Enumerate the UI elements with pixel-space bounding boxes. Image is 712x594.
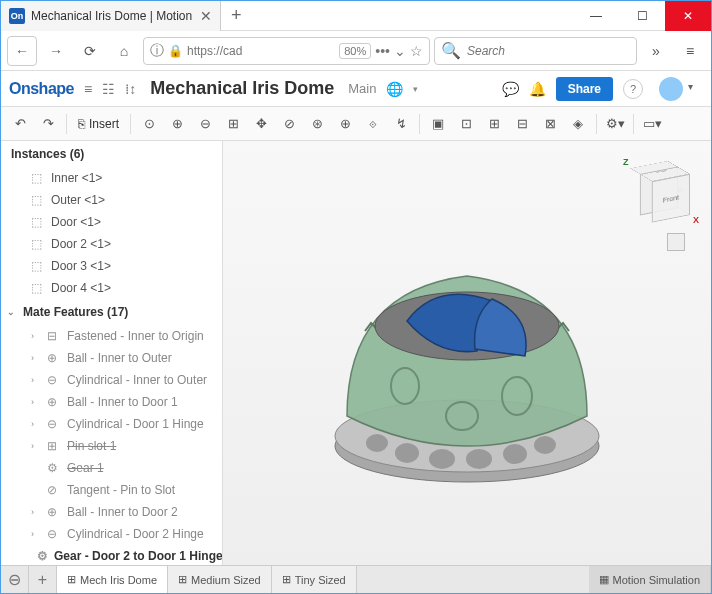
- mate-label: Ball - Inner to Outer: [67, 351, 172, 365]
- zoom-level[interactable]: 80%: [339, 43, 371, 59]
- mate-item[interactable]: ⚙Gear 1: [1, 457, 222, 479]
- notifications-icon[interactable]: 🔔: [529, 81, 546, 97]
- feature-tree[interactable]: Instances (6) ⬚Inner <1>⬚Outer <1>⬚Door …: [1, 141, 223, 565]
- tool-14[interactable]: ⊟: [509, 111, 535, 137]
- window-minimize-button[interactable]: —: [573, 1, 619, 31]
- tool-16[interactable]: ◈: [565, 111, 591, 137]
- tab-close-icon[interactable]: ✕: [200, 8, 212, 24]
- user-avatar[interactable]: [659, 77, 683, 101]
- instances-header[interactable]: Instances (6): [1, 141, 222, 167]
- url-text: https://cad: [187, 44, 335, 58]
- mate-item[interactable]: ›⊕Ball - Inner to Door 1: [1, 391, 222, 413]
- add-tab-button[interactable]: +: [29, 566, 57, 593]
- tool-6[interactable]: ⊘: [276, 111, 302, 137]
- instance-item[interactable]: ⬚Door 3 <1>: [1, 255, 222, 277]
- 3d-viewport[interactable]: Z X Front Right Top: [223, 141, 711, 565]
- tab-config-button[interactable]: ⊖: [1, 566, 29, 593]
- tool-8[interactable]: ⊕: [332, 111, 358, 137]
- expand-arrow-icon[interactable]: ›: [31, 529, 41, 539]
- settings-icon[interactable]: ⁞↕: [125, 81, 136, 97]
- overflow-button[interactable]: »: [641, 36, 671, 66]
- home-button[interactable]: ⌂: [109, 36, 139, 66]
- tool-4[interactable]: ⊞: [220, 111, 246, 137]
- instance-item[interactable]: ⬚Inner <1>: [1, 167, 222, 189]
- mate-item[interactable]: ›⊕Ball - Inner to Outer: [1, 347, 222, 369]
- instance-item[interactable]: ⬚Outer <1>: [1, 189, 222, 211]
- document-name[interactable]: Mechanical Iris Dome: [150, 78, 334, 99]
- instance-item[interactable]: ⬚Door 2 <1>: [1, 233, 222, 255]
- mate-item[interactable]: ›⊟Fastened - Inner to Origin: [1, 325, 222, 347]
- tool-5[interactable]: ✥: [248, 111, 274, 137]
- share-button[interactable]: Share: [556, 77, 613, 101]
- insert-button[interactable]: ⎘ Insert: [72, 117, 125, 131]
- mate-icon: ⊘: [47, 483, 61, 497]
- window-maximize-button[interactable]: ☐: [619, 1, 665, 31]
- tab-icon: ▦: [599, 573, 609, 586]
- window-close-button[interactable]: ✕: [665, 1, 711, 31]
- viewcube-front[interactable]: Front: [652, 174, 690, 223]
- comments-icon[interactable]: 💬: [502, 81, 519, 97]
- undo-button[interactable]: ↶: [7, 111, 33, 137]
- instance-label: Inner <1>: [51, 171, 102, 185]
- mates-header[interactable]: ⌄ Mate Features (17): [1, 299, 222, 325]
- mate-item[interactable]: ›⊕Ball - Inner to Door 2: [1, 501, 222, 523]
- tool-13[interactable]: ⊞: [481, 111, 507, 137]
- search-box[interactable]: 🔍: [434, 37, 637, 65]
- tool-15[interactable]: ⊠: [537, 111, 563, 137]
- tool-2[interactable]: ⊕: [164, 111, 190, 137]
- forward-button[interactable]: →: [41, 36, 71, 66]
- redo-button[interactable]: ↷: [35, 111, 61, 137]
- reload-button[interactable]: ⟳: [75, 36, 105, 66]
- expand-arrow-icon[interactable]: ›: [31, 397, 41, 407]
- browser-menu-button[interactable]: ≡: [675, 36, 705, 66]
- expand-arrow-icon[interactable]: ›: [31, 353, 41, 363]
- tool-gear[interactable]: ⚙▾: [602, 111, 628, 137]
- expand-arrow-icon[interactable]: ›: [31, 507, 41, 517]
- menu-icon[interactable]: ≡: [84, 81, 92, 97]
- pocket-icon[interactable]: ⌄: [394, 43, 406, 59]
- tab-title: Mechanical Iris Dome | Motion: [31, 9, 192, 23]
- tool-1[interactable]: ⊙: [136, 111, 162, 137]
- onshape-logo[interactable]: Onshape: [9, 80, 74, 98]
- expand-arrow-icon[interactable]: ›: [31, 441, 41, 451]
- mate-icon: ⊕: [47, 505, 61, 519]
- view-cube[interactable]: Z X Front Right Top: [627, 159, 693, 225]
- new-tab-button[interactable]: +: [221, 5, 251, 26]
- document-tab[interactable]: ⊞Tiny Sized: [272, 566, 357, 593]
- expand-arrow-icon[interactable]: ›: [31, 331, 41, 341]
- mate-item[interactable]: ›⊖Cylindrical - Door 1 Hinge: [1, 413, 222, 435]
- expand-arrow-icon[interactable]: ›: [31, 419, 41, 429]
- mate-item[interactable]: ⚙Gear - Door 2 to Door 1 Hinge: [1, 545, 222, 565]
- mate-item[interactable]: ›⊖Cylindrical - Inner to Outer: [1, 369, 222, 391]
- mate-item[interactable]: ⊘Tangent - Pin to Slot: [1, 479, 222, 501]
- tool-10[interactable]: ↯: [388, 111, 414, 137]
- home-view-button[interactable]: [667, 233, 685, 251]
- document-tab[interactable]: ⊞Medium Sized: [168, 566, 272, 593]
- tool-9[interactable]: ⟐: [360, 111, 386, 137]
- bookmark-star-icon[interactable]: ☆: [410, 43, 423, 59]
- tool-display[interactable]: ▭▾: [639, 111, 665, 137]
- expand-arrow-icon[interactable]: ›: [31, 375, 41, 385]
- url-bar[interactable]: ⓘ 🔒 https://cad 80% ••• ⌄ ☆: [143, 37, 430, 65]
- tool-11[interactable]: ▣: [425, 111, 451, 137]
- page-actions-icon[interactable]: •••: [375, 43, 390, 59]
- browser-tab[interactable]: On Mechanical Iris Dome | Motion ✕: [1, 1, 221, 31]
- instance-item[interactable]: ⬚Door <1>: [1, 211, 222, 233]
- instance-item[interactable]: ⬚Door 4 <1>: [1, 277, 222, 299]
- mate-item[interactable]: ›⊖Cylindrical - Door 2 Hinge: [1, 523, 222, 545]
- browser-navbar: ← → ⟳ ⌂ ⓘ 🔒 https://cad 80% ••• ⌄ ☆ 🔍 » …: [1, 31, 711, 71]
- document-tab[interactable]: ⊞Mech Iris Dome: [57, 566, 168, 593]
- tab-label: Mech Iris Dome: [80, 574, 157, 586]
- tool-12[interactable]: ⊡: [453, 111, 479, 137]
- back-button[interactable]: ←: [7, 36, 37, 66]
- search-input[interactable]: [467, 44, 630, 58]
- globe-icon[interactable]: 🌐: [386, 81, 403, 97]
- site-info-icon[interactable]: ⓘ: [150, 42, 164, 60]
- document-tab[interactable]: ▦Motion Simulation: [589, 566, 711, 593]
- branch-name[interactable]: Main: [348, 81, 376, 96]
- tool-3[interactable]: ⊖: [192, 111, 218, 137]
- mate-item[interactable]: ›⊞Pin slot 1: [1, 435, 222, 457]
- tool-7[interactable]: ⊛: [304, 111, 330, 137]
- tree-icon[interactable]: ☷: [102, 81, 115, 97]
- help-button[interactable]: ?: [623, 79, 643, 99]
